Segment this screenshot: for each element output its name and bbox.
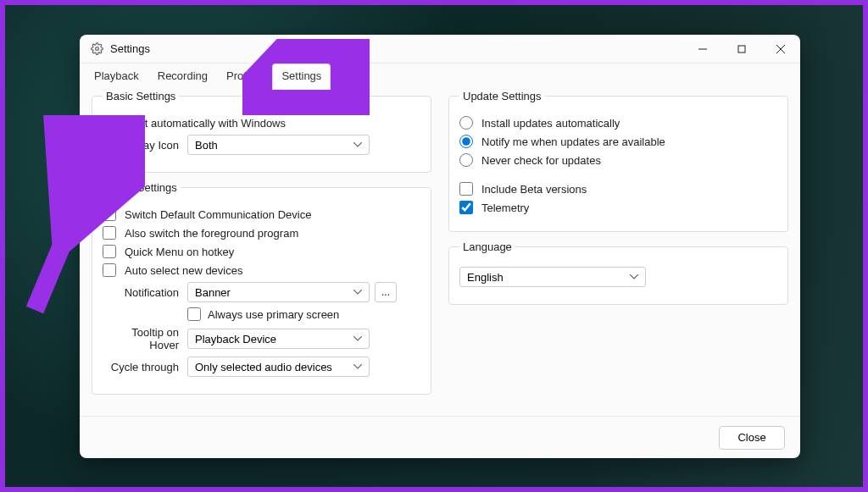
update-notify-radio[interactable] [459, 135, 473, 148]
maximize-button[interactable] [722, 35, 761, 64]
include-beta-label[interactable]: Include Beta versions [481, 183, 587, 196]
quick-menu-checkbox[interactable] [103, 245, 116, 258]
systray-select[interactable]: Both [187, 135, 370, 155]
update-install-radio[interactable] [459, 116, 473, 130]
update-install-label[interactable]: Install updates automatically [481, 117, 620, 130]
dialog-footer: Close [80, 416, 800, 458]
telemetry-checkbox[interactable] [459, 201, 473, 214]
notification-label: Notification [103, 286, 187, 299]
systray-label: Systray Icon [103, 139, 187, 152]
basic-settings-group: Basic Settings Start automatically with … [92, 90, 431, 173]
language-select[interactable]: English [459, 267, 646, 287]
cycle-select[interactable]: Only selected audio devices [187, 357, 370, 377]
update-settings-group: Update Settings Install updates automati… [448, 90, 788, 232]
notification-more-button[interactable]: ... [375, 282, 397, 302]
basic-settings-legend: Basic Settings [103, 90, 179, 102]
window-title: Settings [110, 42, 150, 55]
tab-settings[interactable]: Settings [272, 64, 331, 90]
update-notify-label[interactable]: Notify me when updates are available [481, 135, 665, 148]
update-never-label[interactable]: Never check for updates [481, 154, 601, 167]
minimize-button[interactable] [683, 35, 722, 64]
tab-recording[interactable]: Recording [148, 64, 217, 90]
switch-comm-checkbox[interactable] [103, 207, 116, 221]
tab-playback[interactable]: Playback [85, 64, 148, 90]
close-button[interactable]: Close [719, 426, 785, 450]
close-window-button[interactable] [761, 35, 800, 64]
always-primary-label[interactable]: Always use primary screen [208, 308, 339, 321]
language-group: Language English [448, 240, 788, 305]
auto-select-label[interactable]: Auto select new devices [125, 264, 242, 277]
always-primary-checkbox[interactable] [187, 307, 201, 321]
svg-point-0 [95, 47, 98, 51]
tab-bar: Playback Recording Profiles Settings [80, 64, 800, 90]
cycle-label: Cycle through [103, 361, 187, 373]
tab-profiles[interactable]: Profiles [217, 64, 272, 90]
tooltip-select[interactable]: Playback Device [187, 329, 370, 349]
svg-rect-2 [738, 46, 745, 53]
also-fg-label[interactable]: Also switch the foreground program [125, 227, 298, 240]
gear-icon [90, 42, 103, 56]
audio-settings-legend: Audio Settings [103, 181, 181, 194]
language-legend: Language [459, 240, 515, 253]
update-never-radio[interactable] [459, 153, 473, 167]
start-auto-checkbox[interactable] [103, 116, 116, 130]
content-area: Basic Settings Start automatically with … [80, 90, 800, 416]
audio-settings-group: Audio Settings Switch Default Communicat… [92, 181, 431, 395]
settings-window: Settings Playback Recording Profiles Set… [80, 35, 800, 458]
notification-select[interactable]: Banner [187, 282, 370, 302]
quick-menu-label[interactable]: Quick Menu on hotkey [125, 246, 234, 258]
tooltip-label: Tooltip on Hover [103, 326, 187, 351]
telemetry-label[interactable]: Telemetry [481, 202, 529, 214]
auto-select-checkbox[interactable] [103, 263, 116, 277]
switch-comm-label[interactable]: Switch Default Communication Device [125, 208, 311, 221]
update-settings-legend: Update Settings [459, 90, 545, 102]
start-auto-label[interactable]: Start automatically with Windows [125, 117, 286, 130]
also-fg-checkbox[interactable] [103, 226, 116, 240]
include-beta-checkbox[interactable] [459, 182, 473, 196]
titlebar: Settings [80, 35, 800, 64]
